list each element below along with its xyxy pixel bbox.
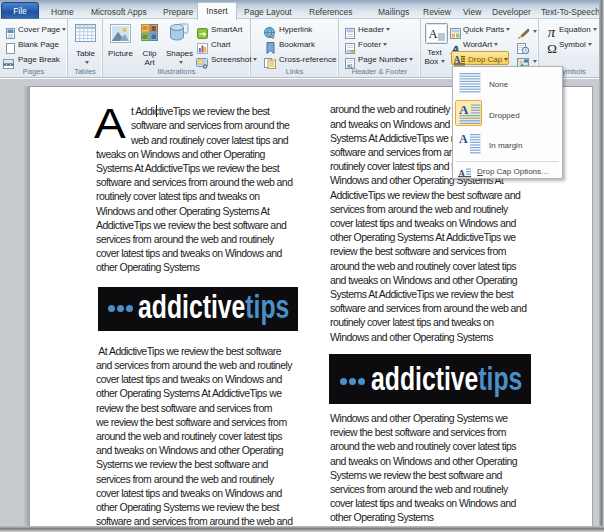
- svg-text:A: A: [459, 133, 468, 146]
- svg-text:A: A: [428, 27, 437, 41]
- svg-text:A: A: [459, 103, 469, 117]
- svg-text:Ω: Ω: [547, 42, 557, 54]
- svg-text:π: π: [548, 26, 556, 38]
- svg-text:#1: #1: [347, 64, 353, 69]
